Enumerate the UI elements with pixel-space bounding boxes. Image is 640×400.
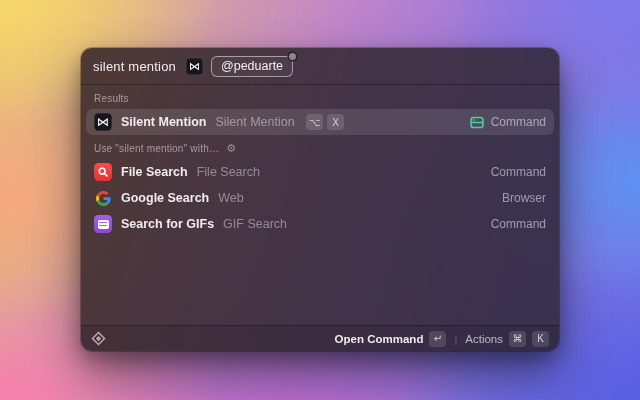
raycast-logo-icon — [91, 331, 106, 346]
item-title: Silent Mention — [121, 115, 206, 129]
silent-mention-icon: ⋈ — [94, 113, 112, 131]
item-title: Google Search — [121, 191, 209, 205]
x-key: X — [327, 114, 344, 130]
google-icon — [94, 189, 112, 207]
open-command-button[interactable]: Open Command — [335, 333, 424, 345]
actions-button[interactable]: Actions — [465, 333, 503, 345]
list-item-google-search[interactable]: Google Search Web Browser — [86, 185, 554, 211]
search-input-bar[interactable]: silent mention ⋈ @peduarte — [81, 48, 559, 85]
command-icon — [470, 116, 484, 129]
cmd-key: ⌘ — [509, 331, 526, 347]
item-subtitle: Web — [218, 191, 243, 205]
item-subtitle: File Search — [197, 165, 260, 179]
option-key: ⌥ — [306, 114, 324, 130]
k-key: K — [532, 331, 549, 347]
item-type-label: Command — [491, 165, 546, 179]
item-subtitle: Silent Mention — [215, 115, 294, 129]
mention-tag-label: @peduarte — [221, 59, 283, 73]
item-type-label: Command — [491, 217, 546, 231]
list-item-silent-mention[interactable]: ⋈ Silent Mention Silent Mention ⌥ X Comm… — [86, 109, 554, 135]
item-type-label: Command — [491, 115, 546, 129]
item-shortcut: ⌥ X — [306, 114, 345, 130]
mention-cursor-badge — [289, 53, 296, 60]
desktop-background: silent mention ⋈ @peduarte Results ⋈ Sil… — [0, 0, 640, 400]
search-query-text[interactable]: silent mention — [93, 59, 176, 74]
item-subtitle: GIF Search — [223, 217, 287, 231]
item-type-label: Browser — [502, 191, 546, 205]
return-key: ↵ — [429, 331, 446, 347]
use-with-section-header: Use "silent mention" with… ⚙ — [86, 135, 554, 159]
item-title: Search for GIFs — [121, 217, 214, 231]
silent-mention-icon: ⋈ — [186, 58, 203, 75]
file-search-icon — [94, 163, 112, 181]
action-bar: Open Command ↵ | Actions ⌘ K — [81, 325, 559, 351]
gear-icon[interactable]: ⚙ — [226, 143, 236, 154]
gif-search-icon — [94, 215, 112, 233]
launcher-window: silent mention ⋈ @peduarte Results ⋈ Sil… — [81, 48, 559, 351]
footer-divider: | — [454, 333, 457, 345]
list-item-search-gifs[interactable]: Search for GIFs GIF Search Command — [86, 211, 554, 237]
item-title: File Search — [121, 165, 188, 179]
results-section-header: Results — [86, 85, 554, 109]
results-list: Results ⋈ Silent Mention Silent Mention … — [81, 85, 559, 325]
mention-tag[interactable]: @peduarte — [211, 56, 293, 77]
list-item-file-search[interactable]: File Search File Search Command — [86, 159, 554, 185]
